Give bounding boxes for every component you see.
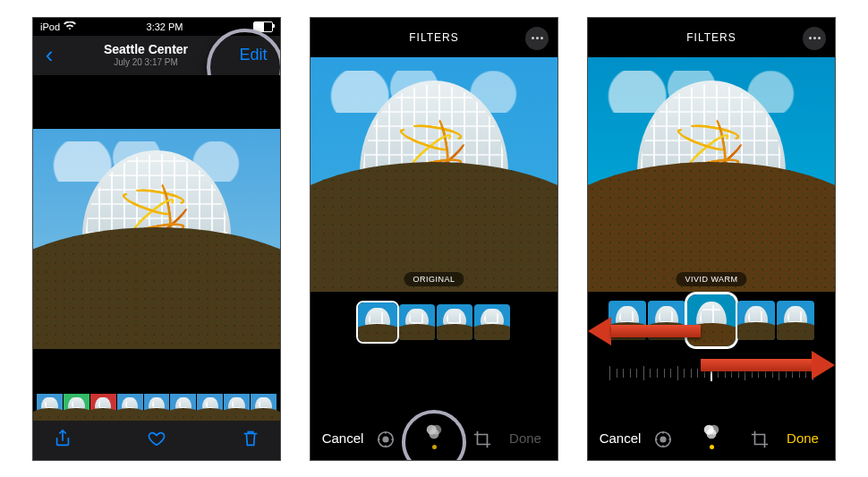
delete-button[interactable] (241, 429, 260, 452)
cancel-button[interactable]: Cancel (588, 430, 652, 449)
device-label: iPod (40, 21, 60, 32)
edit-mode-tabs (652, 413, 770, 449)
screen-filters-vivid-warm: FILTERS VIVID WARM Cancel Done (587, 17, 836, 461)
photo-title-block: Seattle Center July 20 3:17 PM (65, 43, 226, 66)
edit-toolbar: Cancel Done (588, 378, 835, 460)
done-button[interactable]: Done (770, 430, 835, 449)
filter-thumb[interactable] (399, 304, 435, 340)
filter-thumb[interactable] (474, 304, 510, 340)
photo-filmstrip[interactable] (37, 394, 277, 421)
screen-filters-original: FILTERS ORIGINAL Cancel Done (310, 17, 558, 461)
share-button[interactable] (53, 429, 72, 452)
favorite-button[interactable] (147, 429, 166, 452)
filter-thumb[interactable] (737, 301, 775, 340)
svg-point-6 (660, 437, 666, 442)
header-title: FILTERS (686, 31, 736, 44)
svg-point-1 (383, 437, 388, 442)
wifi-icon (64, 21, 76, 32)
thumbnail[interactable] (251, 394, 277, 421)
filter-name-label: ORIGINAL (404, 272, 464, 286)
photo-viewer[interactable] (33, 75, 280, 388)
filter-thumb[interactable] (777, 301, 814, 340)
done-button[interactable]: Done (493, 430, 557, 449)
more-button[interactable] (803, 27, 826, 50)
edit-header: FILTERS (311, 18, 557, 57)
photo-image (33, 129, 280, 349)
annotation-arrow-left-icon (588, 319, 701, 344)
filter-name-label: VIVID WARM (676, 272, 746, 286)
header-title: FILTERS (409, 31, 458, 44)
cancel-button[interactable]: Cancel (311, 430, 375, 449)
crop-tab[interactable] (472, 430, 492, 449)
crop-tab[interactable] (750, 430, 770, 449)
annotation-arrow-right-icon (701, 353, 835, 378)
filter-thumb[interactable] (437, 304, 472, 340)
photo-datetime: July 20 3:17 PM (65, 57, 226, 67)
adjust-tab[interactable] (653, 430, 673, 449)
adjust-tab[interactable] (376, 430, 396, 449)
photo-preview[interactable]: VIVID WARM (588, 57, 835, 292)
back-button[interactable]: ‹ (33, 41, 65, 69)
screen-photo-detail: iPod 3:32 PM ‹ Seattle Center July 20 3:… (32, 17, 281, 461)
edit-header: FILTERS (588, 18, 835, 57)
more-button[interactable] (525, 27, 549, 50)
photo-location: Seattle Center (65, 43, 226, 56)
bottom-toolbar (33, 421, 280, 460)
filters-tab[interactable] (702, 422, 721, 449)
filter-carousel[interactable] (358, 304, 510, 342)
svg-point-9 (707, 429, 717, 439)
clock: 3:32 PM (147, 21, 183, 32)
filter-thumb-original[interactable] (358, 302, 397, 342)
selected-dot-icon (710, 445, 714, 449)
photo-preview[interactable]: ORIGINAL (311, 57, 557, 292)
